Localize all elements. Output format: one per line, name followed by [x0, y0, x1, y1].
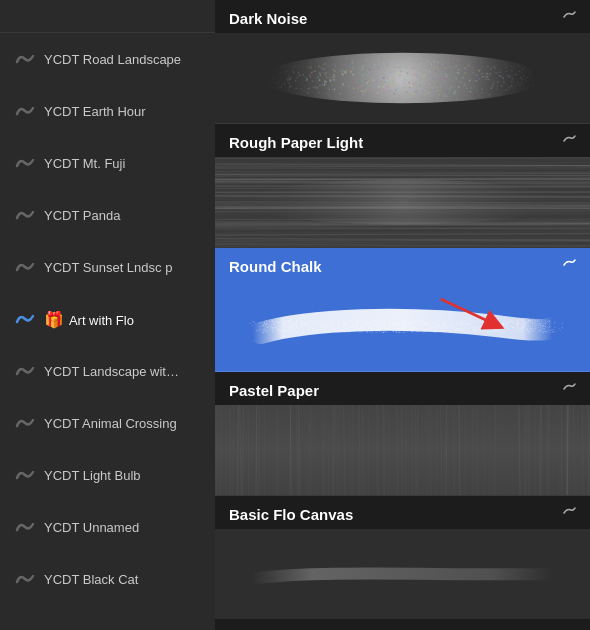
brush-preview-canvas [215, 281, 590, 371]
brush-name-row: Rough Paper Light [215, 124, 590, 157]
sidebar-item-art-with-flo[interactable]: 🎁 Art with Flo [0, 293, 215, 345]
brush-entry-dark-noise[interactable]: Dark Noise [215, 0, 590, 124]
brush-check-icon [562, 506, 576, 523]
brush-preview [215, 33, 590, 123]
sidebar-item-ycdt-light-bulb[interactable]: YCDT Light Bulb [0, 449, 215, 501]
brush-set-icon [14, 312, 36, 326]
sidebar-item-ycdt-earth-hour[interactable]: YCDT Earth Hour [0, 85, 215, 137]
sidebar-item-ycdt-unnamed[interactable]: YCDT Unnamed [0, 501, 215, 553]
sidebar-item-label: YCDT Light Bulb [44, 468, 201, 483]
brush-set-icon [14, 156, 36, 170]
brush-set-icon [14, 468, 36, 482]
sidebar-item-ycdt-mt-fuji[interactable]: YCDT Mt. Fuji [0, 137, 215, 189]
brush-preview [215, 529, 590, 619]
brush-check-icon [562, 134, 576, 151]
brush-check-icon [562, 10, 576, 27]
brush-set-icon [14, 52, 36, 66]
brush-panel: Dark NoiseRough Paper LightRound Chalk P… [215, 0, 590, 630]
brush-name: Round Chalk [229, 258, 322, 275]
brush-entry-basic-flo-canvas[interactable]: Basic Flo Canvas [215, 496, 590, 619]
sidebar-item-label: YCDT Animal Crossing [44, 416, 201, 431]
sidebar-item-label: YCDT Sunset Lndsc p [44, 260, 201, 275]
brush-set-icon [14, 104, 36, 118]
brush-preview-canvas [215, 529, 590, 619]
brush-name-row: Dark Noise [215, 0, 590, 33]
sidebar-item-label: 🎁 Art with Flo [44, 310, 201, 329]
sidebar: YCDT Road Landscape YCDT Earth Hour YCDT… [0, 0, 215, 630]
brush-preview [215, 157, 590, 247]
sidebar-item-label: YCDT Landscape wit… [44, 364, 201, 379]
brush-preview-canvas [215, 405, 590, 495]
sidebar-item-ycdt-road-landscape[interactable]: YCDT Road Landscape [0, 33, 215, 85]
sidebar-item-ycdt-black-cat[interactable]: YCDT Black Cat [0, 553, 215, 605]
sidebar-item-label: YCDT Panda [44, 208, 201, 223]
brush-set-icon [14, 208, 36, 222]
brush-preview-canvas [215, 157, 590, 247]
brush-check-icon [562, 258, 576, 275]
sidebar-list: YCDT Road Landscape YCDT Earth Hour YCDT… [0, 33, 215, 630]
sidebar-item-label: YCDT Mt. Fuji [44, 156, 201, 171]
sidebar-item-label: YCDT Road Landscape [44, 52, 201, 67]
brush-check-icon [562, 382, 576, 399]
brush-name-row: Round Chalk [215, 248, 590, 281]
sidebar-item-label: YCDT Unnamed [44, 520, 201, 535]
brush-set-icon [14, 572, 36, 586]
brush-set-icon [14, 364, 36, 378]
brush-preview [215, 281, 590, 371]
brush-name-row: Pastel Paper [215, 372, 590, 405]
sidebar-header [0, 0, 215, 33]
brush-preview [215, 405, 590, 495]
sidebar-item-label: YCDT Earth Hour [44, 104, 201, 119]
sidebar-item-label: YCDT Black Cat [44, 572, 201, 587]
sidebar-item-ycdt-animal-crossing[interactable]: YCDT Animal Crossing [0, 397, 215, 449]
brush-name: Pastel Paper [229, 382, 319, 399]
sidebar-item-ycdt-sunset[interactable]: YCDT Sunset Lndsc p [0, 241, 215, 293]
brush-name-row: Basic Flo Canvas [215, 496, 590, 529]
brush-set-icon [14, 260, 36, 274]
brush-name: Rough Paper Light [229, 134, 363, 151]
brush-entry-round-chalk[interactable]: Round Chalk [215, 248, 590, 372]
brush-set-icon [14, 520, 36, 534]
brush-name: Basic Flo Canvas [229, 506, 353, 523]
sidebar-item-ycdt-panda[interactable]: YCDT Panda [0, 189, 215, 241]
gift-icon: 🎁 [44, 311, 64, 328]
sidebar-item-ycdt-landscape-wit[interactable]: YCDT Landscape wit… [0, 345, 215, 397]
brush-entry-rough-paper-light[interactable]: Rough Paper Light [215, 124, 590, 248]
brush-name: Dark Noise [229, 10, 307, 27]
brush-set-icon [14, 416, 36, 430]
brush-entry-pastel-paper[interactable]: Pastel Paper [215, 372, 590, 496]
brush-preview-canvas [215, 33, 590, 123]
